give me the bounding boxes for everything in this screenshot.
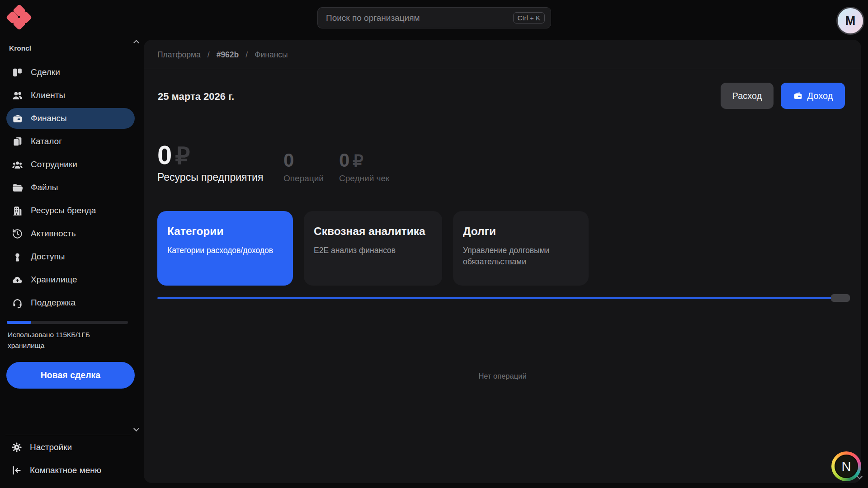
sidebar-item-label: Поддержка (31, 298, 75, 308)
catalog-icon (12, 136, 23, 147)
breadcrumb-finance[interactable]: Финансы (255, 50, 288, 60)
horizontal-scrollbar-thumb[interactable] (831, 294, 850, 302)
stats-row: 0 ₽ Ресурсы предприятия 0 Операций 0 ₽ С… (157, 143, 564, 183)
search-shortcut-badge: Ctrl + K (513, 12, 545, 23)
income-button-label: Доход (807, 91, 833, 101)
card-subtitle: Категории расходов/доходов (167, 245, 280, 256)
clients-icon (12, 90, 23, 101)
storage-progress-fill (7, 321, 31, 324)
card-subtitle: E2E анализ финансов (314, 245, 427, 256)
stat-value: 0 (157, 143, 172, 167)
org-search[interactable]: Ctrl + K (317, 7, 551, 28)
brand-logo[interactable] (7, 5, 31, 29)
sidebar-item-clients[interactable]: Клиенты (6, 85, 135, 106)
sidebar-item-brand-resources[interactable]: Ресурсы бренда (6, 200, 135, 221)
sidebar-item-activity[interactable]: Активность (6, 223, 135, 244)
stat-value: 0 (339, 151, 349, 169)
stat-enterprise-resources: 0 ₽ Ресурсы предприятия (157, 143, 263, 183)
empty-operations-text: Нет операций (144, 372, 861, 380)
finance-cards: Категории Категории расходов/доходов Скв… (157, 211, 589, 286)
ruble-sign: ₽ (175, 145, 190, 167)
sidebar-item-access[interactable]: Доступы (6, 246, 135, 267)
sidebar-item-employees[interactable]: Сотрудники (6, 154, 135, 175)
storage-usage-text: Использовано 115КБ/1ГБ хранилища (8, 329, 115, 351)
sidebar-item-label: Компактное меню (30, 465, 101, 475)
card-categories[interactable]: Категории Категории расходов/доходов (157, 211, 293, 286)
user-avatar[interactable]: M (836, 7, 864, 35)
sidebar-item-label: Настройки (30, 442, 72, 452)
card-e2e-analytics[interactable]: Сквозная аналитика E2E анализ финансов (304, 211, 442, 286)
breadcrumb-platform[interactable]: Платформа (157, 50, 201, 60)
sidebar-item-label: Сотрудники (31, 160, 77, 169)
sidebar-nav: Сделки Клиенты Финансы Каталог Сотрудник… (6, 62, 135, 315)
sidebar-item-files[interactable]: Файлы (6, 177, 135, 198)
sidebar-scroll-down-icon[interactable] (133, 426, 139, 432)
main-panel: Платформа / #962b / Финансы 25 марта 202… (144, 40, 861, 483)
history-icon (12, 228, 23, 239)
sidebar-item-label: Активность (31, 229, 76, 239)
sidebar-item-label: Каталог (31, 136, 62, 146)
sidebar-item-compact-menu[interactable]: Компактное меню (6, 460, 135, 480)
cloud-upload-icon (12, 274, 23, 286)
ruble-sign: ₽ (353, 153, 363, 169)
brand-name: Kroncl (9, 44, 31, 52)
breadcrumb: Платформа / #962b / Финансы (157, 50, 288, 60)
team-icon (12, 159, 23, 170)
search-input[interactable] (326, 13, 513, 23)
stat-operations: 0 Операций (283, 151, 324, 183)
sidebar-item-label: Файлы (31, 183, 58, 192)
sidebar-item-label: Клиенты (31, 90, 65, 100)
income-button[interactable]: Доход (781, 83, 845, 109)
card-title: Долги (463, 225, 579, 238)
new-deal-button[interactable]: Новая сделка (6, 362, 135, 389)
collapse-icon (11, 465, 23, 476)
sidebar-item-label: Сделки (31, 67, 60, 77)
stat-average-check: 0 ₽ Средний чек (339, 151, 389, 183)
stat-label: Ресурсы предприятия (157, 171, 263, 183)
kanban-icon (12, 67, 23, 78)
sidebar-item-catalog[interactable]: Каталог (6, 131, 135, 152)
wallet-icon (12, 113, 23, 124)
stat-label: Средний чек (339, 174, 389, 183)
card-subtitle: Управление долговыми обязательствами (463, 245, 576, 267)
breadcrumb-separator: / (245, 50, 248, 60)
wallet-icon (793, 91, 803, 101)
header-divider (144, 69, 861, 69)
card-title: Категории (167, 225, 283, 238)
storage-progress-bar (7, 321, 128, 324)
card-title: Сквозная аналитика (314, 225, 432, 238)
sidebar-item-deals[interactable]: Сделки (6, 62, 135, 83)
sidebar-item-settings[interactable]: Настройки (6, 437, 135, 457)
gear-icon (11, 441, 23, 453)
building-icon (12, 205, 23, 216)
sidebar-item-label: Хранилище (31, 275, 77, 285)
stat-value: 0 (283, 151, 294, 169)
card-debts[interactable]: Долги Управление долговыми обязательства… (453, 211, 589, 286)
sidebar-item-finance[interactable]: Финансы (6, 108, 135, 129)
sidebar-item-support[interactable]: Поддержка (6, 292, 135, 313)
sidebar-item-label: Ресурсы бренда (31, 206, 96, 216)
overlay-n-letter: N (835, 455, 858, 478)
sidebar-item-label: Финансы (31, 113, 67, 123)
sidebar-item-storage[interactable]: Хранилище (6, 269, 135, 290)
expense-button[interactable]: Расход (721, 83, 774, 109)
headset-icon (12, 297, 23, 309)
sidebar-item-label: Доступы (31, 252, 65, 262)
avatar-letter: M (845, 14, 856, 28)
current-date: 25 марта 2026 г. (158, 91, 234, 103)
breadcrumb-separator: / (208, 50, 210, 60)
stat-label: Операций (283, 174, 324, 183)
tab-indicator-line (157, 297, 834, 299)
sidebar-scroll-up-icon[interactable] (133, 40, 139, 46)
sidebar-divider (5, 435, 131, 435)
keyhole-icon (12, 251, 23, 263)
folder-icon (12, 182, 23, 193)
breadcrumb-org-id[interactable]: #962b (217, 50, 239, 60)
